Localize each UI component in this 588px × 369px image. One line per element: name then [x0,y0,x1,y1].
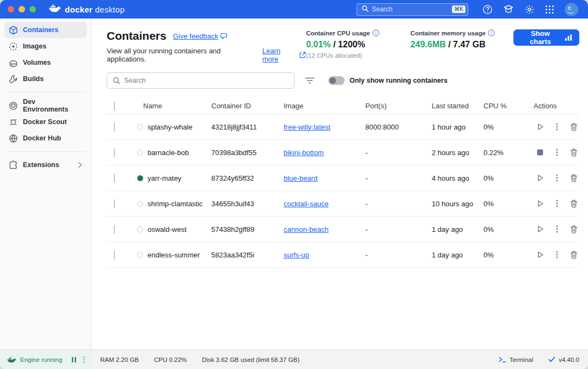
cell-select [107,200,135,208]
delete-container-button[interactable] [568,173,579,184]
delete-container-button[interactable] [568,224,579,235]
sidebar-item-builds[interactable]: Builds [4,71,87,87]
minimize-window-button[interactable] [19,6,25,13]
cell-container-id: 34655h3uif43 [211,200,284,208]
version-indicator[interactable]: v4.40.0 [548,356,579,363]
settings-gear-icon[interactable] [524,4,535,15]
sidebar-item-extensions[interactable]: Extensions [4,157,87,173]
play-container-button[interactable] [535,249,546,260]
dev-environments-icon [9,101,18,110]
delete-container-button[interactable] [568,121,579,133]
cell-actions [534,198,579,210]
cpu-usage-stat: Container CPU usage 0.01% / 1200% (12 CP… [306,29,385,59]
toggle-switch[interactable] [328,76,345,85]
engine-menu-icon[interactable] [81,356,87,364]
row-menu-button[interactable] [553,249,561,260]
containers-icon [9,26,18,35]
column-header-container-id[interactable]: Container ID [211,102,284,110]
info-icon[interactable] [488,29,495,36]
play-container-button[interactable] [535,198,546,209]
terminal-button[interactable]: Terminal [499,356,533,363]
stop-container-button[interactable] [535,147,546,158]
container-name: endless-summer [148,251,200,259]
sidebar-item-dev-environments[interactable]: Dev Environments [4,97,87,114]
sidebar-item-label: Docker Scout [23,118,82,126]
row-menu-button[interactable] [553,173,561,183]
column-header-image[interactable]: Image [284,102,365,110]
play-container-button[interactable] [535,121,546,132]
help-icon[interactable] [482,4,493,15]
global-search-input[interactable] [372,5,449,13]
running-only-toggle[interactable]: Only show running containers [328,76,448,85]
cell-last-started: 4 hours ago [432,174,483,182]
row-checkbox[interactable] [114,174,115,183]
row-checkbox[interactable] [114,225,115,234]
row-checkbox[interactable] [114,122,115,132]
delete-container-button[interactable] [568,147,579,158]
container-search[interactable] [107,72,295,89]
sidebar-item-docker-scout[interactable]: Docker Scout [4,114,87,130]
engine-status[interactable]: Engine running [0,350,91,369]
cell-name: shrimp-clamtastic [135,200,211,208]
container-name: yarr-matey [148,174,181,182]
row-checkbox[interactable] [114,199,115,208]
cell-container-id: 5823aa342f5i [211,251,284,259]
sidebar-item-images[interactable]: Images [4,38,87,54]
cell-ports: - [365,251,432,259]
cell-ports: 8000:8000 [365,123,432,131]
zoom-window-button[interactable] [29,6,36,13]
row-menu-button[interactable] [553,224,561,235]
show-charts-button[interactable]: Show charts [513,29,579,46]
image-link[interactable]: cannon-beach [284,225,328,233]
image-link[interactable]: blue-beard [284,174,317,182]
delete-container-button[interactable] [568,198,579,210]
sidebar-item-volumes[interactable]: Volumes [4,54,87,71]
sidebar-item-label: Extensions [23,161,73,169]
external-link-icon [299,52,306,58]
container-name: oswald-west [148,225,187,233]
image-link[interactable]: cocktail-sauce [284,200,328,208]
sidebar-item-containers[interactable]: Containers [4,22,87,38]
image-link[interactable]: free-willy:latest [284,123,330,131]
container-name: barnacle-bob [148,149,189,157]
give-feedback-link[interactable]: Give feedback [173,32,228,40]
cell-select [107,251,135,259]
global-search[interactable]: ⌘K [357,3,468,16]
play-container-button[interactable] [535,224,546,235]
close-window-button[interactable] [8,6,14,13]
row-menu-button[interactable] [553,198,561,209]
cell-cpu: 0% [483,174,534,182]
volumes-icon [9,58,18,67]
info-icon[interactable] [372,29,379,36]
image-link[interactable]: surfs-up [284,251,309,259]
container-search-input[interactable] [124,77,289,84]
cell-container-id: 70398a3bdf55 [211,149,284,157]
column-header-last-started[interactable]: Last started [432,102,483,110]
play-container-button[interactable] [535,173,546,183]
column-header-name[interactable]: Name [135,102,211,110]
row-checkbox[interactable] [114,148,115,157]
cell-actions [534,173,579,184]
row-menu-button[interactable] [553,147,561,158]
sidebar-item-docker-hub[interactable]: Docker Hub [4,130,87,146]
row-menu-button[interactable] [553,121,561,132]
user-avatar[interactable] [565,3,578,16]
column-header-cpu[interactable]: CPU % [483,102,534,110]
cell-ports: - [365,225,432,233]
images-icon [9,42,18,51]
learning-center-icon[interactable] [503,4,514,14]
pause-engine-icon[interactable] [71,356,77,363]
cell-actions [534,121,579,133]
filter-icon[interactable] [305,77,315,84]
sidebar-item-label: Dev Environments [23,98,82,113]
row-checkbox[interactable] [114,250,115,260]
cell-cpu: 0.22% [483,149,534,157]
app-title: docker desktop [65,5,125,14]
image-link[interactable]: bikini-bottom [284,149,324,157]
delete-container-button[interactable] [568,249,579,261]
apps-grid-icon[interactable] [545,5,554,14]
select-all-checkbox[interactable] [114,101,115,110]
column-header-ports[interactable]: Port(s) [365,102,432,110]
learn-more-link[interactable]: Learn more [262,47,306,63]
cell-last-started: 1 day ago [432,251,483,259]
